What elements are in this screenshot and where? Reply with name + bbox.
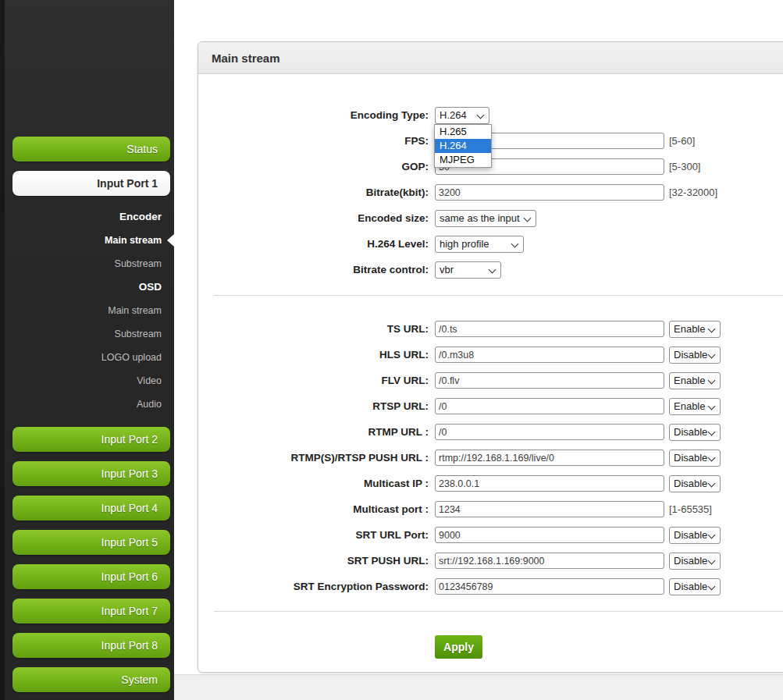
bitrate-kbit-input[interactable] <box>435 184 664 201</box>
bitrate-control-select[interactable]: vbr <box>435 261 501 279</box>
chevron-down-icon <box>524 214 532 222</box>
chevron-down-icon <box>511 240 519 247</box>
field-label: Encoding Type: <box>198 109 429 121</box>
form-row-multicast-ip: Multicast IP :Disable <box>198 471 783 496</box>
select-value: Disable <box>674 555 707 567</box>
form-row-rtmp-rtsp-push-url: RTMP(S)/RTSP PUSH URL :Disable <box>198 445 783 471</box>
field-label: Multicast IP : <box>198 478 429 489</box>
sidebar-item-status[interactable]: Status <box>12 137 170 162</box>
encoding-type-select-wrap: H.264H.265H.264MJPEG <box>435 107 489 124</box>
ts-url-input[interactable] <box>435 321 664 337</box>
sidebar-item-input-port-1[interactable]: Input Port 1 <box>12 171 170 196</box>
sidebar-item-encoder-substream[interactable]: Substream <box>0 252 174 275</box>
field-label: RTMP(S)/RTSP PUSH URL : <box>198 452 429 464</box>
chevron-down-icon <box>708 402 716 410</box>
form-row-flv-url: FLV URL:Enable <box>198 368 783 393</box>
select-value: Disable <box>674 349 707 361</box>
encoder-settings-section: Encoding Type:H.264H.265H.264MJPEGFPS:[5… <box>198 102 783 282</box>
multicast-ip-toggle-select[interactable]: Disable <box>669 475 721 492</box>
sidebar-item-input-port-7[interactable]: Input Port 7 <box>12 599 170 624</box>
field-label: SRT PUSH URL: <box>198 555 429 567</box>
multicast-port-input[interactable] <box>435 501 664 517</box>
sidebar-item-label: Input Port 5 <box>101 536 158 549</box>
sidebar-item-encoder[interactable]: Encoder <box>0 205 174 229</box>
sidebar-item-label: Input Port 4 <box>101 502 158 514</box>
dropdown-option-h-265[interactable]: H.265 <box>435 125 491 139</box>
rtmp-rtsp-push-url-toggle-select[interactable]: Disable <box>669 449 721 467</box>
h264-level-select-wrap: high profile <box>435 236 524 253</box>
dropdown-option-h-264[interactable]: H.264 <box>435 139 491 153</box>
h264-level-select[interactable]: high profile <box>435 236 524 253</box>
flv-url-toggle-select[interactable]: Enable <box>669 372 721 389</box>
ts-url-toggle-select[interactable]: Enable <box>669 321 721 338</box>
sidebar-gap <box>0 416 174 427</box>
sidebar-item-label: Encoder <box>119 211 162 222</box>
sidebar-item-input-port-2[interactable]: Input Port 2 <box>12 427 170 452</box>
select-value: Disable <box>674 452 707 464</box>
rtsp-url-toggle-select[interactable]: Enable <box>669 398 721 415</box>
srt-url-port-toggle-select[interactable]: Disable <box>669 527 721 544</box>
form-row-ts-url: TS URL:Enable <box>198 316 783 342</box>
sidebar-item-label: Input Port 8 <box>101 639 158 652</box>
sidebar-item-input-port-8[interactable]: Input Port 8 <box>12 633 170 658</box>
form-row-hls-url: HLS URL:Disable <box>198 342 783 368</box>
rtsp-url-input[interactable] <box>435 398 664 414</box>
sidebar-item-osd-main-stream[interactable]: Main stream <box>0 299 174 322</box>
sidebar-item-label: Input Port 7 <box>101 605 158 617</box>
hls-url-toggle-select[interactable]: Disable <box>669 346 721 364</box>
form-row-srt-url-port: SRT URL Port:Disable <box>198 522 783 548</box>
field-label: GOP: <box>198 161 429 172</box>
panel-title: Main stream <box>198 42 783 74</box>
sidebar-item-audio[interactable]: Audio <box>0 393 174 416</box>
chevron-down-icon <box>708 531 716 538</box>
sidebar-item-osd-substream[interactable]: Substream <box>0 322 174 346</box>
sidebar-item-label: Status <box>126 143 158 155</box>
stream-urls-section: TS URL:EnableHLS URL:DisableFLV URL:Enab… <box>198 316 783 599</box>
range-hint: [1-65535] <box>669 503 712 515</box>
sidebar-item-label: Input Port 6 <box>101 570 158 583</box>
sidebar-item-input-port-6[interactable]: Input Port 6 <box>12 564 170 589</box>
form-row-rtsp-url: RTSP URL:Enable <box>198 393 783 419</box>
sidebar-item-label: Main stream <box>105 235 162 246</box>
field-label: RTSP URL: <box>198 400 429 412</box>
field-label: SRT URL Port: <box>198 529 429 541</box>
sidebar-item-video[interactable]: Video <box>0 369 174 393</box>
multicast-ip-input[interactable] <box>435 475 664 492</box>
sidebar-item-osd[interactable]: OSD <box>0 275 174 299</box>
sidebar-item-input-port-3[interactable]: Input Port 3 <box>12 461 170 486</box>
sidebar-item-input-port-5[interactable]: Input Port 5 <box>12 530 170 555</box>
sidebar-item-label: Video <box>137 375 162 386</box>
rtmp-rtsp-push-url-input[interactable] <box>435 449 664 466</box>
rtmp-url-input[interactable] <box>435 424 664 440</box>
range-hint: [5-60] <box>669 135 695 147</box>
field-label: FLV URL: <box>198 375 429 386</box>
field-label: Bitrate(kbit): <box>198 187 429 198</box>
sidebar-item-system[interactable]: System <box>12 667 170 692</box>
encoding-type-select[interactable]: H.264 <box>435 107 489 124</box>
active-item-arrow-icon <box>167 234 174 247</box>
chevron-down-icon <box>708 325 716 332</box>
srt-push-url-input[interactable] <box>435 553 664 569</box>
rtmp-url-toggle-select[interactable]: Disable <box>669 424 721 441</box>
encoded-size-select[interactable]: same as the input <box>435 210 536 227</box>
page-footer-strip <box>174 674 783 700</box>
field-label: Multicast port : <box>198 503 429 515</box>
sidebar-item-label: Audio <box>137 399 162 410</box>
srt-encryption-password-toggle-select[interactable]: Disable <box>669 578 721 595</box>
flv-url-input[interactable] <box>435 372 664 389</box>
select-value: Disable <box>674 426 707 438</box>
sidebar-item-label: Input Port 2 <box>101 433 158 446</box>
chevron-down-icon <box>708 376 716 384</box>
sidebar-item-label: Substream <box>115 258 162 269</box>
field-label: HLS URL: <box>198 349 429 361</box>
srt-encryption-password-input[interactable] <box>435 578 664 595</box>
chevron-down-icon <box>489 265 496 273</box>
apply-button[interactable]: Apply <box>435 635 482 659</box>
sidebar-item-encoder-main-stream[interactable]: Main stream <box>0 229 174 252</box>
dropdown-option-mjpeg[interactable]: MJPEG <box>435 153 491 167</box>
sidebar-item-logo-upload[interactable]: LOGO upload <box>0 346 174 369</box>
sidebar-item-input-port-4[interactable]: Input Port 4 <box>12 496 170 521</box>
hls-url-input[interactable] <box>435 346 664 363</box>
srt-push-url-toggle-select[interactable]: Disable <box>669 553 721 570</box>
srt-url-port-input[interactable] <box>435 527 664 543</box>
